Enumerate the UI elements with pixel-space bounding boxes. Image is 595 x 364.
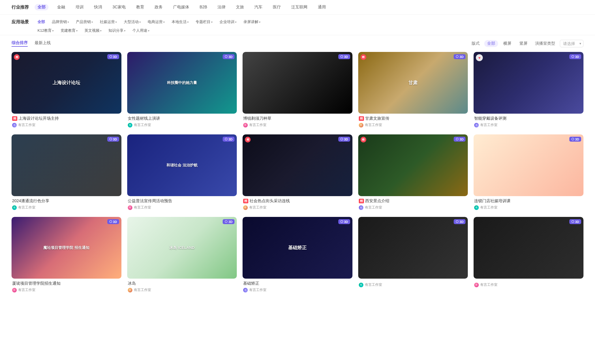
scene-item-column[interactable]: 专题栏目▾ bbox=[193, 18, 215, 26]
chevron-down-icon: ▾ bbox=[124, 29, 125, 32]
cube-icon: ⬡ bbox=[109, 220, 112, 224]
cube-icon: ⬡ bbox=[340, 220, 343, 224]
format-opt-all[interactable]: 全部 bbox=[484, 40, 498, 47]
format-opt-portrait[interactable]: 竖屏 bbox=[517, 40, 530, 47]
scene-item-corp[interactable]: 企业培训▾ bbox=[217, 18, 239, 26]
card-item[interactable]: 甘肃⬡3D精精甘肃文旅宣传有有言工作室 bbox=[358, 52, 468, 129]
card-info: 博锐剃须刀种草有有言工作室 bbox=[243, 114, 352, 129]
chevron-down-icon: ▾ bbox=[187, 20, 189, 24]
card-item[interactable]: ⬡3D2024潘通流行色分享有有言工作室 bbox=[12, 134, 121, 211]
card-item[interactable]: ⬡3D博锐剃须刀种草有有言工作室 bbox=[243, 52, 352, 129]
title-premium-badge: 精 bbox=[243, 199, 248, 203]
card-info: 精社会热点街头采访连线有有言工作室 bbox=[243, 196, 352, 211]
card-author: 有有言工作室 bbox=[243, 288, 352, 292]
cube-icon: ⬡ bbox=[225, 55, 228, 59]
industry-nav-item-appliance[interactable]: 3C家电 bbox=[111, 4, 127, 10]
card-item[interactable]: ⬡3D有有言工作室 bbox=[474, 217, 583, 294]
industry-nav-items: 全部金融培训快消3C家电教育政务广电媒体B2B法律文旅汽车医疗泛互联网通用 bbox=[35, 4, 328, 10]
card-info: 精西安景点介绍有有言工作室 bbox=[358, 196, 468, 211]
cards-grid: 上海设计论坛⬡3D精精上海设计论坛开场主持有有言工作室科技圈中的她力量⬡3D女性… bbox=[0, 52, 595, 302]
chevron-down-icon: ▾ bbox=[148, 29, 149, 32]
card-title: 精甘肃文旅宣传 bbox=[359, 116, 468, 121]
industry-nav-item-training[interactable]: 培训 bbox=[74, 4, 85, 10]
card-item[interactable]: 魔玜项目管理学院 招生通知⬡3D厦玼项目管理学院招生通知有有言工作室 bbox=[12, 217, 121, 294]
card-item[interactable]: ⬡3D精精社会热点街头采访连线有有言工作室 bbox=[243, 134, 352, 211]
card-item[interactable]: 基础矫正⬡3D基础矫正有有言工作室 bbox=[243, 217, 352, 294]
industry-nav-item-travel[interactable]: 文旅 bbox=[234, 4, 246, 10]
card-info: 精上海设计论坛开场主持有有言工作室 bbox=[12, 114, 121, 129]
card-info: 智能穿戴设备评测有有言工作室 bbox=[474, 114, 583, 129]
card-title-text: 女性题材线上演讲 bbox=[128, 116, 160, 121]
author-avatar: 有 bbox=[243, 205, 248, 210]
format-opt-landscape[interactable]: 横屏 bbox=[500, 40, 514, 47]
card-item[interactable]: ⬡3D精精西安景点介绍有有言工作室 bbox=[358, 134, 468, 211]
industry-nav-item-politics[interactable]: 政务 bbox=[153, 4, 164, 10]
sort-item-comprehensive[interactable]: 综合排序 bbox=[12, 40, 28, 47]
card-title: 精西安景点介绍 bbox=[359, 198, 468, 204]
industry-nav-item-all[interactable]: 全部 bbox=[35, 4, 48, 10]
card-title: 精上海设计论坛开场主持 bbox=[12, 116, 121, 121]
studio-select[interactable]: 请选择 bbox=[560, 40, 583, 47]
card-author: 有有言工作室 bbox=[359, 282, 468, 287]
3d-badge: ⬡3D bbox=[569, 54, 581, 59]
heart-button[interactable]: ♥ bbox=[476, 54, 483, 61]
scene-item-screencast[interactable]: 录屏讲解▾ bbox=[241, 18, 263, 26]
cube-icon: ⬡ bbox=[571, 220, 574, 224]
industry-nav-item-finance[interactable]: 金融 bbox=[55, 4, 67, 10]
industry-nav-item-broadcast[interactable]: 广电媒体 bbox=[171, 4, 191, 10]
card-title: 博锐剃须刀种草 bbox=[243, 116, 352, 121]
card-author: 有有言工作室 bbox=[243, 123, 352, 127]
author-avatar: 有 bbox=[12, 205, 17, 210]
author-name: 有言工作室 bbox=[134, 205, 151, 210]
industry-nav-item-law[interactable]: 法律 bbox=[216, 4, 227, 10]
author-avatar: 有 bbox=[359, 205, 363, 210]
card-thumbnail: ⬡3D精 bbox=[243, 134, 352, 196]
scene-item-local[interactable]: 本地生活▾ bbox=[169, 18, 192, 26]
card-title: 2024潘通流行色分享 bbox=[12, 198, 121, 204]
industry-nav-item-general[interactable]: 通用 bbox=[316, 4, 328, 10]
author-name: 有言工作室 bbox=[480, 282, 498, 287]
sort-item-latest[interactable]: 最新上线 bbox=[35, 40, 51, 47]
3d-badge: ⬡3D bbox=[223, 219, 234, 224]
scene-item-personal[interactable]: 个人用途▾ bbox=[129, 26, 152, 35]
card-thumbnail: ⬡3D bbox=[474, 134, 583, 196]
premium-badge: 精 bbox=[361, 137, 366, 142]
scene-item-event[interactable]: 大型活动▾ bbox=[121, 18, 144, 26]
industry-nav-item-education[interactable]: 教育 bbox=[134, 4, 146, 10]
cube-icon: ⬡ bbox=[340, 55, 343, 59]
card-item[interactable]: 和谐社会 法治护航⬡3D公益普法宣传周活动预告有有言工作室 bbox=[127, 134, 237, 211]
scene-item-product[interactable]: 产品营销▾ bbox=[73, 18, 96, 26]
card-title-text: 连锁门店社媒培训课 bbox=[474, 198, 510, 204]
chevron-down-icon: ▾ bbox=[100, 29, 102, 32]
scene-row-2: K12教育▾党建教育▾英文视频▾知识分享▾个人用途▾ bbox=[35, 26, 583, 35]
thumb-overlay-text: 科技圈中的她力量 bbox=[138, 80, 226, 85]
scene-item-knowledge[interactable]: 知识分享▾ bbox=[106, 26, 128, 35]
scene-item-all[interactable]: 全部 bbox=[35, 18, 48, 26]
industry-nav-item-medical[interactable]: 医疗 bbox=[271, 4, 283, 10]
industry-nav-item-fmcg[interactable]: 快消 bbox=[92, 4, 104, 10]
card-item[interactable]: 科技圈中的她力量⬡3D女性题材线上演讲有有言工作室 bbox=[127, 52, 237, 129]
scene-item-english[interactable]: 英文视频▾ bbox=[82, 26, 104, 35]
card-item[interactable]: ⬡3D♥智能穿戴设备评测有有言工作室 bbox=[474, 52, 583, 129]
scene-item-k12[interactable]: K12教育▾ bbox=[35, 26, 57, 35]
card-author: 有有言工作室 bbox=[474, 282, 583, 287]
scene-item-social[interactable]: 社媒运营▾ bbox=[97, 18, 120, 26]
card-item[interactable]: ⬡3D有有言工作室 bbox=[358, 217, 468, 294]
author-avatar: 有 bbox=[243, 123, 248, 127]
author-name: 有言工作室 bbox=[134, 288, 151, 292]
sort-bar: 综合排序最新上线 版式 全部横屏竖屏 演播室类型 请选择 bbox=[0, 35, 595, 52]
card-title-text: 社会热点街头采访连线 bbox=[249, 198, 290, 204]
card-item[interactable]: 上海设计论坛⬡3D精精上海设计论坛开场主持有有言工作室 bbox=[12, 52, 121, 129]
card-thumbnail: ⬡3D♥ bbox=[474, 52, 583, 114]
card-title: 女性题材线上演讲 bbox=[128, 116, 237, 121]
scene-item-brand[interactable]: 品牌营销▾ bbox=[49, 18, 72, 26]
industry-nav-item-auto[interactable]: 汽车 bbox=[253, 4, 264, 10]
scene-item-party[interactable]: 党建教育▾ bbox=[58, 26, 80, 35]
industry-nav-item-iot[interactable]: 泛互联网 bbox=[290, 4, 309, 10]
scene-item-ecom[interactable]: 电商运营▾ bbox=[145, 18, 168, 26]
card-item[interactable]: ⬡3D连锁门店社媒培训课有有言工作室 bbox=[474, 134, 583, 211]
cube-icon: ⬡ bbox=[571, 55, 574, 59]
scene-nav-label: 应用场景 bbox=[12, 18, 35, 25]
card-item[interactable]: 冰岛 ICELAND⬡3D冰岛有有言工作室 bbox=[127, 217, 237, 294]
industry-nav-item-b2b[interactable]: B2B bbox=[198, 4, 209, 10]
